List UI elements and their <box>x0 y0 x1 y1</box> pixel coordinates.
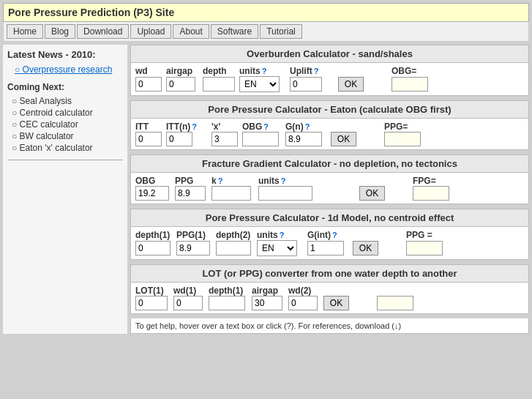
list-item: BW calculator <box>12 130 123 142</box>
nav-tutorial[interactable]: Tutorial <box>260 24 302 39</box>
nav-bar: Home Blog Download Upload About Software… <box>3 22 529 42</box>
fracture-body: OBG PPG k ? units ? FPG= <box>131 173 528 204</box>
sidebar: Latest News - 2010: Overpressure researc… <box>3 45 127 334</box>
pore-1d-units-select[interactable]: EN SI <box>257 240 297 256</box>
pore-eaton-itt-input[interactable] <box>135 132 162 146</box>
pore-1d-ppg1-label: PPG(1) <box>176 230 213 240</box>
overburden-title: Overburden Calculator - sand/shales <box>131 45 528 63</box>
pore-1d-gint-input[interactable] <box>307 241 344 256</box>
overburden-obg-label: OBG= <box>391 66 428 76</box>
overburden-wd-input[interactable] <box>135 77 162 92</box>
pore-eaton-x-input[interactable] <box>211 132 238 146</box>
pore-eaton-header-row: ITT ITT(n) ? 'x' OBG ? G(n) ? PPG= <box>135 122 524 132</box>
pore-1d-title: Pore Pressure Calculator - 1d Model, no … <box>131 209 528 227</box>
pore-eaton-gn-input[interactable] <box>285 132 322 146</box>
fracture-obg-label: OBG <box>135 176 172 186</box>
pore-1d-units-label: units ? <box>257 230 304 240</box>
sidebar-divider <box>7 160 123 160</box>
overburden-units-select[interactable]: EN SI <box>239 76 280 92</box>
pore-1d-body: depth(1) PPG(1) depth(2) units ? G(int) … <box>131 227 528 259</box>
pore-eaton-ittn-label: ITT(n) ? <box>166 122 209 132</box>
lot-depth1-input[interactable] <box>209 296 245 310</box>
content-area: Overburden Calculator - sand/shales wd a… <box>130 45 529 334</box>
fracture-header-row: OBG PPG k ? units ? FPG= <box>135 176 524 186</box>
lot-airgap-label: airgap <box>252 286 285 296</box>
pore-eaton-section: Pore Pressure Calculator - Eaton (calcul… <box>130 100 529 150</box>
pore-1d-depth2-input[interactable] <box>216 241 251 256</box>
news-link[interactable]: Overpressure research <box>7 64 123 75</box>
fracture-values-row: OK <box>135 186 524 201</box>
news-heading: Latest News - 2010: <box>7 49 123 60</box>
nav-about[interactable]: About <box>173 24 209 39</box>
pore-eaton-x-label: 'x' <box>211 122 239 132</box>
lot-title: LOT (or PPG) converter from one water de… <box>131 265 528 283</box>
pore-1d-section: Pore Pressure Calculator - 1d Model, no … <box>130 209 529 260</box>
lot-depth1-label: depth(1) <box>209 286 249 296</box>
overburden-depth-label: depth <box>203 66 236 76</box>
pore-eaton-ittn-input[interactable] <box>166 132 192 146</box>
pore-1d-depth1-input[interactable] <box>135 241 171 256</box>
pore-eaton-gn-help[interactable]: ? <box>305 122 310 131</box>
fracture-k-help[interactable]: ? <box>218 176 223 185</box>
overburden-header-row: wd airgap depth units ? Uplift ? OBG= <box>135 66 524 76</box>
pore-eaton-ittn-help[interactable]: ? <box>192 122 197 131</box>
pore-eaton-obg-input[interactable] <box>242 132 279 146</box>
overburden-airgap-input[interactable] <box>166 77 195 92</box>
fracture-ppg-input[interactable] <box>175 186 206 201</box>
lot-lot1-label: LOT(1) <box>135 286 171 296</box>
nav-home[interactable]: Home <box>7 24 43 39</box>
pore-1d-ok-button[interactable]: OK <box>353 241 378 256</box>
fracture-units-help[interactable]: ? <box>281 176 286 185</box>
pore-eaton-ppg-result[interactable] <box>384 132 421 146</box>
nav-upload[interactable]: Upload <box>130 24 171 39</box>
page-title: Pore Pressure Prediction (P3) Site <box>3 3 529 22</box>
pore-1d-header-row: depth(1) PPG(1) depth(2) units ? G(int) … <box>135 230 524 240</box>
overburden-units-help[interactable]: ? <box>262 67 267 75</box>
overburden-obg-result[interactable] <box>391 77 428 92</box>
lot-result[interactable] <box>377 296 413 310</box>
pore-1d-gint-help[interactable]: ? <box>332 231 337 239</box>
footer-hint: To get help, hover over a text box or cl… <box>130 318 529 334</box>
pore-eaton-ok-button[interactable]: OK <box>331 132 356 146</box>
overburden-uplift-label: Uplift ? <box>290 66 335 76</box>
lot-body: LOT(1) wd(1) depth(1) airgap wd(2) <box>131 283 528 313</box>
lot-wd1-input[interactable] <box>173 296 203 310</box>
pore-eaton-obg-help[interactable]: ? <box>263 122 269 131</box>
fracture-units-label: units ? <box>258 176 317 186</box>
pore-eaton-gn-label: G(n) ? <box>285 122 328 132</box>
lot-airgap-input[interactable] <box>252 296 282 310</box>
pore-1d-ppg-label: PPG = <box>406 230 443 240</box>
fracture-k-input[interactable] <box>211 186 251 201</box>
lot-values-row: OK <box>135 296 524 310</box>
lot-lot1-input[interactable] <box>135 296 168 310</box>
list-item: Centroid calculator <box>12 107 123 119</box>
overburden-uplift-help[interactable]: ? <box>314 67 319 75</box>
overburden-units-label: units ? <box>239 66 287 76</box>
pore-eaton-itt-label: ITT <box>135 122 163 132</box>
fracture-obg-input[interactable] <box>135 186 169 201</box>
fracture-fpg-result[interactable] <box>413 186 449 201</box>
lot-header-row: LOT(1) wd(1) depth(1) airgap wd(2) <box>135 286 524 296</box>
coming-list: Seal Analysis Centroid calculator CEC ca… <box>7 95 123 154</box>
overburden-body: wd airgap depth units ? Uplift ? OBG= <box>131 63 528 95</box>
lot-section: LOT (or PPG) converter from one water de… <box>130 264 529 314</box>
pore-1d-units-help[interactable]: ? <box>280 231 285 239</box>
overburden-section: Overburden Calculator - sand/shales wd a… <box>130 45 529 96</box>
nav-blog[interactable]: Blog <box>45 24 75 39</box>
overburden-depth-input[interactable] <box>203 77 235 92</box>
nav-download[interactable]: Download <box>77 24 129 39</box>
pore-1d-ppg-result[interactable] <box>406 241 443 256</box>
lot-wd2-input[interactable] <box>288 296 318 310</box>
overburden-uplift-input[interactable] <box>290 77 322 92</box>
nav-software[interactable]: Software <box>211 24 258 39</box>
lot-wd1-label: wd(1) <box>173 286 206 296</box>
fracture-ok-button[interactable]: OK <box>359 186 385 201</box>
pore-eaton-obg-label: OBG ? <box>242 122 282 132</box>
pore-1d-depth2-label: depth(2) <box>216 230 254 240</box>
lot-ok-button[interactable]: OK <box>323 296 349 310</box>
pore-1d-ppg1-input[interactable] <box>176 241 210 256</box>
overburden-wd-label: wd <box>135 66 163 76</box>
list-item: Eaton 'x' calculator <box>12 142 123 154</box>
fracture-units-input[interactable] <box>258 186 312 201</box>
overburden-ok-button[interactable]: OK <box>338 77 364 92</box>
